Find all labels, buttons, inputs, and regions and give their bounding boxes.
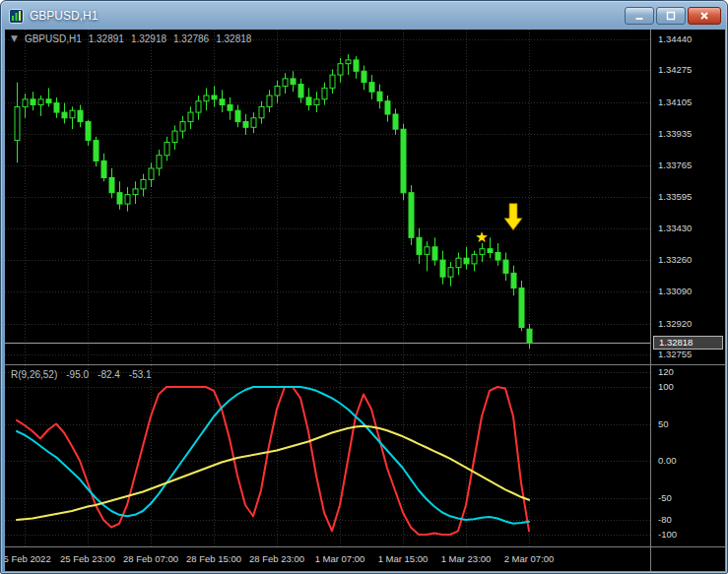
time-axis-label: 1 Mar 15:00 (378, 553, 429, 564)
time-axis-label: 28 Feb 15:00 (186, 553, 241, 564)
price-axis-label: 1.34440 (658, 33, 692, 45)
indicator-value-slow: -53.1 (129, 369, 152, 380)
close-icon (698, 10, 710, 22)
time-axis-label: 25 Feb 2022 (5, 553, 51, 564)
main-grid (5, 30, 650, 364)
window-controls (625, 7, 721, 25)
price-axis[interactable]: 1.344401.342751.341051.339351.337651.335… (650, 30, 725, 571)
chart-client-area: ★ ▼ GBPUSD,H1 1.32891 1.32918 1.32786 1.… (5, 30, 725, 571)
candles (15, 54, 532, 349)
main-chart[interactable]: ★ (5, 30, 650, 364)
indicator-axis-label: -100 (658, 529, 677, 541)
app-icon (9, 9, 24, 24)
star-marker-icon: ★ (475, 228, 488, 246)
price-axis-label: 1.33090 (658, 286, 692, 297)
time-axis-label: 1 Mar 23:00 (441, 553, 492, 564)
current-price-tag: 1.32818 (653, 336, 723, 350)
maximize-icon (665, 10, 677, 22)
time-axis-label: 28 Feb 07:00 (123, 553, 178, 564)
price-axis-label: 1.33935 (658, 128, 692, 140)
window-titlebar[interactable]: GBPUSD,H1 (1, 1, 727, 29)
panel-divider-top[interactable] (5, 364, 725, 365)
price-axis-label: 1.33430 (658, 223, 692, 234)
ohlc-low: 1.32786 (173, 33, 209, 44)
price-axis-label: 1.34275 (658, 64, 692, 76)
indicator-axis-label: -50 (658, 492, 672, 504)
window-title: GBPUSD,H1 (30, 9, 98, 23)
indicator-name: R(9,26,52) (11, 369, 57, 380)
chart-symbol-period: GBPUSD,H1 (25, 33, 82, 44)
indicator-axis-label: 100 (658, 381, 674, 393)
time-axis-label: 1 Mar 07:00 (315, 553, 365, 564)
time-axis-label: 2 Mar 07:00 (504, 553, 555, 564)
indicator-axis-label: -80 (658, 514, 672, 526)
minimize-button[interactable] (625, 7, 654, 25)
price-axis-label: 1.33260 (658, 254, 692, 266)
price-axis-label: 1.32755 (658, 349, 692, 360)
chart-ohlc-header: ▼ GBPUSD,H1 1.32891 1.32918 1.32786 1.32… (11, 33, 251, 44)
price-axis-label: 1.33595 (658, 191, 692, 203)
indicator-header: R(9,26,52) -95.0 -82.4 -53.1 (11, 369, 152, 380)
ohlc-close: 1.32818 (216, 33, 251, 44)
price-axis-label: 1.34105 (658, 96, 692, 108)
close-button[interactable] (688, 7, 721, 25)
indicator-value-fast: -95.0 (66, 369, 89, 380)
indicator-axis-label: 0.00 (658, 455, 677, 467)
panel-divider-bottom[interactable] (5, 546, 725, 547)
price-axis-label: 1.32920 (658, 318, 692, 330)
time-axis-label: 25 Feb 23:00 (60, 553, 115, 564)
arrow-down-icon (504, 204, 522, 230)
minimize-icon (633, 10, 645, 22)
maximize-button[interactable] (656, 7, 686, 25)
indicator-panel[interactable] (5, 365, 650, 546)
price-axis-label: 1.33765 (658, 159, 692, 171)
trade-annotations: ★ (475, 204, 522, 247)
indicator-canvas (5, 365, 650, 546)
indicator-axis-label: 120 (658, 366, 674, 378)
main-chart-canvas: ★ (5, 30, 650, 364)
ohlc-high: 1.32918 (131, 33, 166, 44)
indicator-axis-label: 50 (658, 418, 669, 430)
chart-window: GBPUSD,H1 ★ ▼ GBPUSD,H1 1.32891 1.32918 … (0, 0, 728, 574)
ohlc-open: 1.32891 (89, 33, 124, 44)
time-axis-label: 28 Feb 23:00 (249, 553, 304, 564)
oscillator-line-slow (17, 426, 529, 520)
oscillator-line-medium (17, 387, 529, 524)
indicator-value-medium: -82.4 (98, 369, 120, 380)
chart-shift-marker-icon: ▼ (11, 33, 18, 44)
time-axis[interactable]: 25 Feb 202225 Feb 23:0028 Feb 07:0028 Fe… (5, 547, 650, 571)
